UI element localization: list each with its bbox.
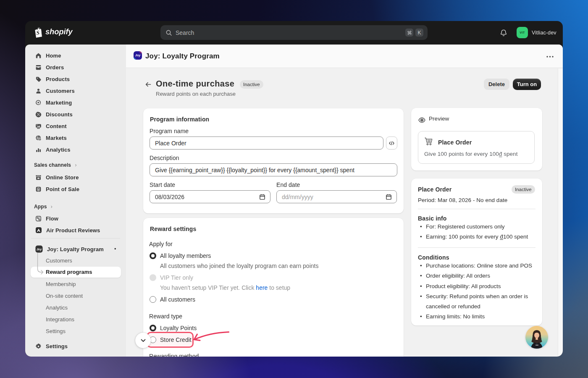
svg-text:Joy: Joy — [37, 248, 42, 251]
